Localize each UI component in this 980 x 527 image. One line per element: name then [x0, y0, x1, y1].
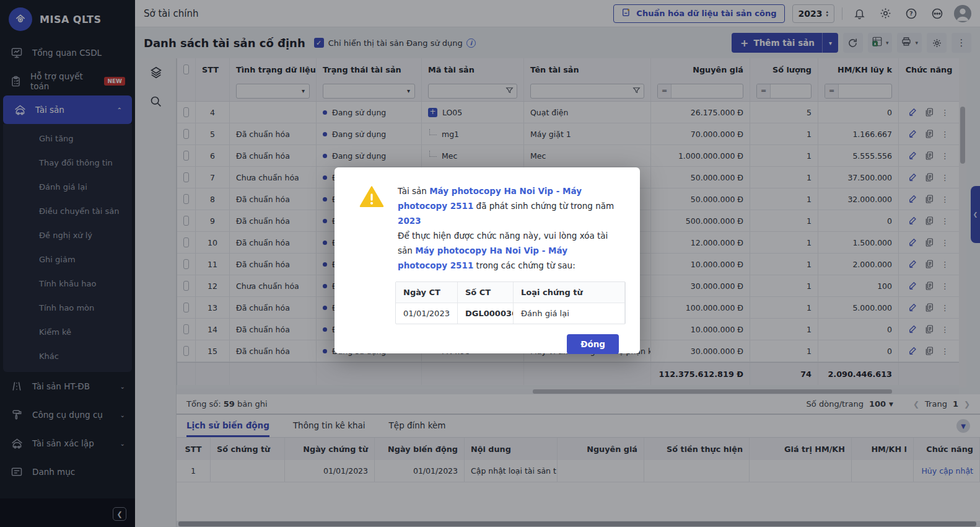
warning-dialog: Tài sản Máy photocopy Ha Noi Vip - Máy p…: [335, 167, 640, 353]
voucher-type-header: Loại chứng từ: [514, 282, 625, 303]
voucher-table-row: 01/01/2023 DGL000036 Đánh giá lại: [396, 303, 625, 324]
voucher-table-header: Ngày CT Số CT Loại chứng từ: [396, 282, 625, 303]
warning-message: Tài sản Máy photocopy Ha Noi Vip - Máy p…: [398, 184, 619, 273]
voucher-date-header: Ngày CT: [396, 282, 458, 303]
message-text: Tài sản: [398, 186, 429, 196]
app-window: MISA QLTS Tổng quan CSDLHỗ trợ quyết toá…: [0, 0, 980, 527]
message-text: trong các chứng từ sau:: [473, 260, 575, 270]
voucher-date: 01/01/2023: [396, 303, 458, 324]
warning-message-line: Để thực hiện được chức năng này, vui lòn…: [398, 228, 619, 273]
voucher-type: Đánh giá lại: [514, 303, 625, 324]
voucher-table: Ngày CT Số CT Loại chứng từ 01/01/2023 D…: [395, 281, 626, 324]
voucher-no-header: Số CT: [458, 282, 514, 303]
warning-message-line: Tài sản Máy photocopy Ha Noi Vip - Máy p…: [398, 184, 619, 228]
message-text: đã phát sinh chứng từ trong năm: [473, 201, 614, 211]
voucher-no-link[interactable]: DGL000036: [458, 303, 514, 324]
asset-link[interactable]: 2023: [398, 216, 421, 226]
close-dialog-button[interactable]: Đóng: [567, 334, 619, 354]
warning-icon: [359, 186, 384, 273]
